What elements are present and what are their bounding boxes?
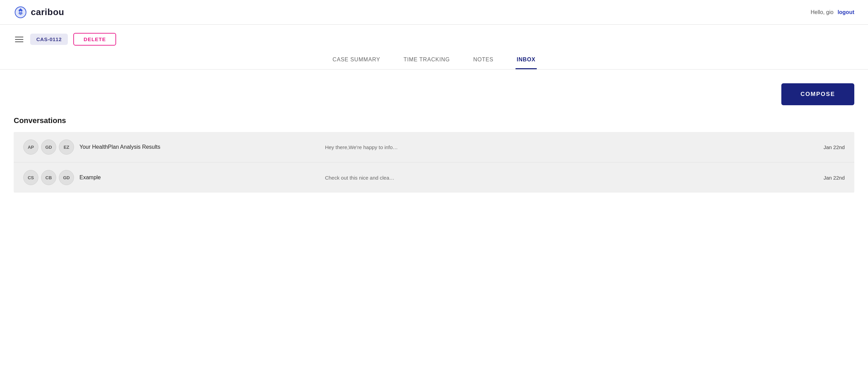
avatar-gd2: GD: [59, 170, 74, 185]
avatar-gd: GD: [41, 140, 56, 155]
conversation-subject-2: Example: [79, 174, 320, 181]
header: caribou Hello, gio logout: [0, 0, 868, 25]
conversation-preview-1: Hey there,We're happy to info…: [325, 144, 805, 150]
avatar-cb: CB: [41, 170, 56, 185]
header-greeting: Hello, gio: [810, 9, 833, 15]
tab-inbox[interactable]: INBOX: [516, 52, 537, 69]
hamburger-line-1: [15, 37, 23, 37]
caribou-logo-icon: [14, 5, 27, 19]
conversation-date-2: Jan 22nd: [810, 175, 845, 181]
conversations-list: AP GD EZ Your HealthPlan Analysis Result…: [14, 132, 854, 193]
avatar-ez: EZ: [59, 140, 74, 155]
toolbar: CAS-0112 DELETE: [0, 25, 868, 46]
tabs-nav: CASE SUMMARY TIME TRACKING NOTES INBOX: [0, 46, 868, 70]
hamburger-line-2: [15, 39, 23, 40]
avatars-row-1: AP GD EZ: [23, 140, 74, 155]
case-id-badge: CAS-0112: [30, 34, 68, 45]
conversation-subject-1: Your HealthPlan Analysis Results: [79, 144, 320, 150]
main-content: COMPOSE Conversations AP GD EZ Your Heal…: [0, 70, 868, 193]
compose-button[interactable]: COMPOSE: [781, 83, 854, 105]
delete-button[interactable]: DELETE: [73, 33, 116, 46]
logout-button[interactable]: logout: [838, 9, 854, 15]
logo-area: caribou: [14, 5, 64, 19]
conversation-row-1[interactable]: AP GD EZ Your HealthPlan Analysis Result…: [14, 132, 854, 162]
avatar-cs: CS: [23, 170, 38, 185]
conversations-title: Conversations: [14, 116, 854, 125]
avatars-row-2: CS CB GD: [23, 170, 74, 185]
conversation-preview-2: Check out this nice and clea…: [325, 175, 805, 181]
avatar-ap: AP: [23, 140, 38, 155]
menu-button[interactable]: [14, 35, 25, 44]
tab-notes[interactable]: NOTES: [472, 52, 495, 69]
compose-area: COMPOSE: [14, 83, 854, 105]
logo-text: caribou: [31, 7, 64, 17]
header-right: Hello, gio logout: [810, 9, 854, 15]
hamburger-line-3: [15, 41, 23, 42]
conversation-date-1: Jan 22nd: [810, 144, 845, 150]
tab-case-summary[interactable]: CASE SUMMARY: [331, 52, 382, 69]
tab-time-tracking[interactable]: TIME TRACKING: [402, 52, 451, 69]
conversation-row-2[interactable]: CS CB GD Example Check out this nice and…: [14, 162, 854, 193]
